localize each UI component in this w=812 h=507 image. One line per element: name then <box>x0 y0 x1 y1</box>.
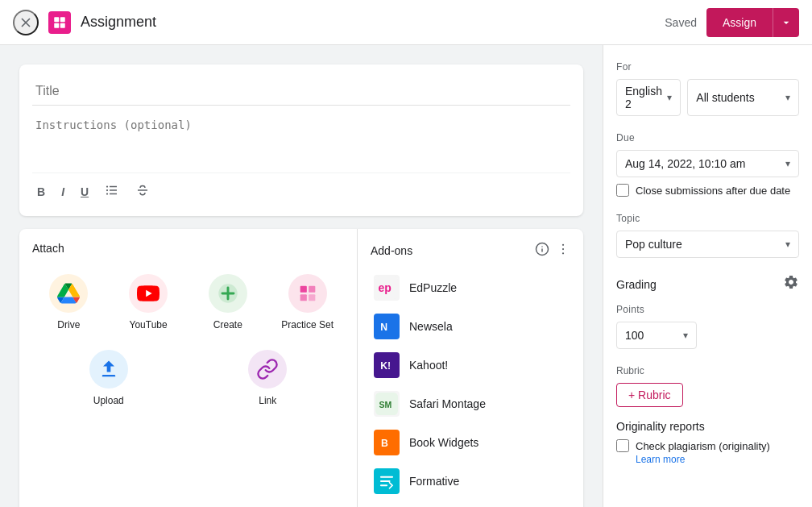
attach-drive[interactable]: Drive <box>32 268 106 337</box>
page-title: Assignment <box>81 14 156 31</box>
newsela-name: Newsela <box>409 320 453 333</box>
addon-formative[interactable]: Formative <box>371 462 570 501</box>
students-select[interactable]: All students <box>687 79 799 116</box>
assign-button-group: Assign <box>706 8 799 37</box>
close-submissions-checkbox[interactable] <box>616 184 629 197</box>
list-button[interactable] <box>100 180 124 203</box>
formative-logo <box>374 468 400 494</box>
drive-label: Drive <box>57 319 80 330</box>
edpuzzle-logo: ep <box>374 275 400 301</box>
kahoot-logo: K! <box>374 352 400 378</box>
topbar: Assignment Saved Assign <box>0 0 812 45</box>
svg-text:ep: ep <box>379 281 392 294</box>
topic-select[interactable]: Pop culture <box>616 231 799 258</box>
drive-icon <box>49 274 88 313</box>
svg-point-9 <box>106 185 108 187</box>
svg-rect-4 <box>54 23 59 27</box>
svg-text:K!: K! <box>380 360 391 372</box>
attach-youtube[interactable]: YouTube <box>112 268 185 337</box>
for-label: For <box>616 61 799 73</box>
bold-button[interactable]: B <box>32 182 50 202</box>
practice-set-icon <box>288 274 327 313</box>
assign-button[interactable]: Assign <box>706 8 773 37</box>
info-icon[interactable] <box>535 242 549 259</box>
bookwidgets-name: Book Widgets <box>409 436 478 449</box>
topbar-right: Saved Assign <box>665 8 799 37</box>
attach-create[interactable]: Create <box>192 268 265 337</box>
create-icon <box>209 274 247 313</box>
create-label: Create <box>213 319 242 330</box>
addon-kahoot[interactable]: K! Kahoot! <box>371 346 570 384</box>
attach-section: Attach Dr <box>19 229 358 507</box>
class-select[interactable]: English 2 <box>616 79 681 116</box>
svg-rect-17 <box>309 286 315 293</box>
grading-settings-icon[interactable] <box>783 274 799 294</box>
edpuzzle-name: EdPuzzle <box>409 281 457 294</box>
close-submissions-row: Close submissions after due date <box>616 184 799 197</box>
addon-newsela[interactable]: N Newsela <box>371 307 570 346</box>
formative-name: Formative <box>409 475 459 488</box>
underline-button[interactable]: U <box>76 182 93 202</box>
link-label: Link <box>259 395 276 406</box>
instructions-input[interactable] <box>32 112 570 160</box>
addon-safari-montage[interactable]: SM Safari Montage <box>371 384 570 423</box>
svg-rect-18 <box>300 294 306 301</box>
add-rubric-button[interactable]: + Rubric <box>616 383 683 407</box>
attach-practice-set[interactable]: Practice Set <box>271 268 344 337</box>
addon-book-widgets[interactable]: B Book Widgets <box>371 423 570 462</box>
kahoot-name: Kahoot! <box>409 359 448 372</box>
svg-point-26 <box>562 252 564 254</box>
attach-grid-bottom: Upload Link <box>32 343 344 413</box>
attach-upload[interactable]: Upload <box>32 343 185 413</box>
saved-status: Saved <box>665 16 697 29</box>
youtube-label: YouTube <box>130 319 168 330</box>
assign-dropdown-button[interactable] <box>773 8 799 37</box>
upload-icon <box>89 350 128 389</box>
strikethrough-button[interactable] <box>130 180 155 203</box>
grading-title: Grading <box>616 278 657 291</box>
plagiarism-row: Check plagiarism (originality) <box>616 439 799 452</box>
app-icon <box>48 11 71 34</box>
svg-text:N: N <box>380 322 387 333</box>
attach-section-title: Attach <box>32 242 344 255</box>
points-label: Points <box>616 304 799 315</box>
svg-rect-3 <box>60 17 65 22</box>
attach-link[interactable]: Link <box>192 343 345 413</box>
grading-field-group: Grading Points 100 <box>616 274 799 349</box>
addon-edpuzzle[interactable]: ep EdPuzzle <box>371 268 570 307</box>
svg-rect-5 <box>60 23 65 27</box>
youtube-icon <box>129 274 168 313</box>
due-date-select[interactable]: Aug 14, 2022, 10:10 am <box>616 150 799 177</box>
title-instructions-card: B I U <box>19 64 583 216</box>
svg-point-24 <box>562 244 564 246</box>
addons-header-icons <box>535 242 570 259</box>
learn-more-link[interactable]: Learn more <box>636 454 685 465</box>
addons-section: Add-ons <box>358 229 583 507</box>
addons-header: Add-ons <box>371 242 570 259</box>
safari-montage-name: Safari Montage <box>409 397 486 410</box>
formatting-toolbar: B I U <box>32 172 570 203</box>
upload-label: Upload <box>93 395 124 406</box>
originality-title: Originality reports <box>616 420 799 433</box>
svg-point-11 <box>106 193 108 194</box>
topic-field-group: Topic Pop culture <box>616 213 799 258</box>
grading-header: Grading <box>616 274 799 294</box>
plagiarism-label: Check plagiarism (originality) <box>636 440 770 452</box>
close-submissions-label: Close submissions after due date <box>636 185 790 197</box>
right-panel: For English 2 All students Due Aug 14, 2… <box>603 45 812 507</box>
svg-text:B: B <box>381 438 388 449</box>
more-options-icon[interactable] <box>556 242 570 259</box>
addons-section-title: Add-ons <box>371 244 412 257</box>
plagiarism-checkbox[interactable] <box>616 439 629 452</box>
title-input[interactable] <box>32 77 570 106</box>
close-button[interactable] <box>13 10 39 35</box>
due-field-group: Due Aug 14, 2022, 10:10 am Close submiss… <box>616 132 799 197</box>
topic-label: Topic <box>616 213 799 224</box>
attach-addons-card: Attach Dr <box>19 229 583 507</box>
due-label: Due <box>616 132 799 143</box>
svg-rect-2 <box>54 17 59 22</box>
italic-button[interactable]: I <box>56 182 69 202</box>
safari-montage-logo: SM <box>374 391 400 417</box>
points-select[interactable]: 100 <box>616 322 697 349</box>
svg-rect-16 <box>300 286 306 293</box>
